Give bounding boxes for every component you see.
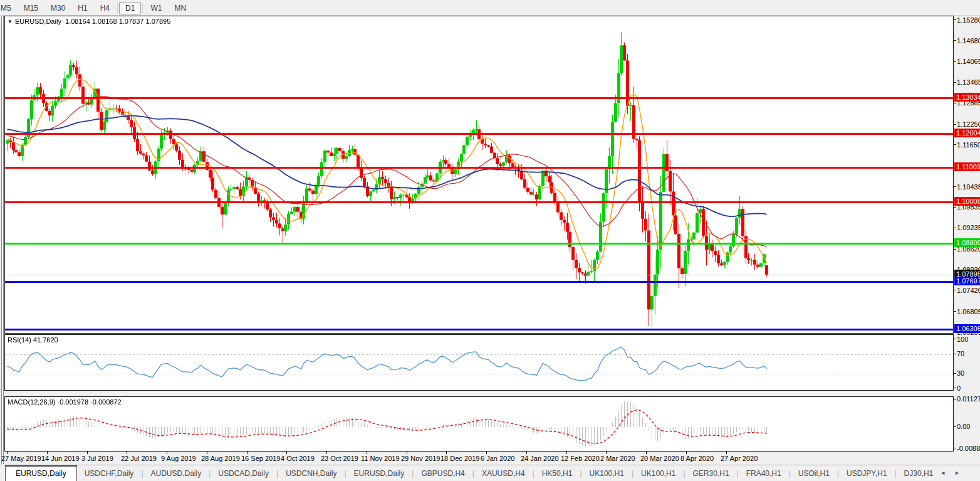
date-tickmark (326, 452, 327, 454)
rsi-tick-label: 100 (957, 336, 968, 343)
pane-splitter[interactable] (3, 16, 4, 464)
macd-indicator-pane[interactable]: MACD(12,26,9) -0.001978 -0.000872 (4, 396, 954, 452)
macd-tick-label: 0.00 (957, 423, 970, 430)
date-label: 27 Apr 2020 (721, 455, 758, 462)
chart-tab-usdcnh-daily[interactable]: USDCNH,Daily (278, 466, 344, 480)
price-tickmark (954, 61, 956, 62)
rsi-indicator-pane[interactable]: RSI(14) 41.7620 (4, 334, 954, 391)
date-label: 16 Sep 2019 (241, 455, 280, 462)
candlestick-chart-canvas[interactable] (5, 16, 953, 333)
date-tickmark (207, 452, 207, 454)
chart-tab-xauusd-h4[interactable]: XAUUSD,H4 (474, 466, 533, 480)
timeframe-button-m5[interactable]: M5 (0, 2, 18, 14)
date-tickmark (47, 452, 48, 454)
date-tickmark (127, 452, 127, 454)
quote-high: 1.08168 (92, 18, 117, 25)
timeframe-button-w1[interactable]: W1 (144, 2, 168, 14)
timeframe-button-h4[interactable]: H4 (94, 2, 116, 14)
macd-chart-canvas[interactable] (5, 397, 953, 451)
chart-tab-dj30-h1[interactable]: DJ30,H1 (897, 466, 941, 480)
date-tickmark (286, 452, 287, 454)
date-label: 8 Apr 2020 (680, 455, 714, 462)
date-tickmark (726, 452, 727, 454)
chart-tab-fra40-h1[interactable]: FRA40,H1 (739, 466, 789, 480)
rsi-tickmark (954, 354, 956, 354)
rsi-tickmark (954, 388, 956, 388)
toolbar-separator (142, 3, 143, 13)
price-tick-label: 1.11650 (957, 141, 980, 149)
price-level-label: 1.12004 (954, 129, 980, 137)
date-label: 11 Nov 2019 (361, 455, 400, 462)
timeframe-button-h1[interactable]: H1 (71, 2, 93, 14)
price-tickmark (954, 124, 956, 125)
rsi-tick-label: 30 (957, 369, 964, 377)
chart-tab-usdcad-daily[interactable]: USDCAD,Daily (211, 466, 276, 480)
price-tick-label: 1.13465 (957, 78, 980, 86)
chart-tab-bar: EURUSD,DailyUSDCHF,Daily|AUDUSD,Daily|US… (0, 465, 980, 481)
price-tickmark (954, 207, 956, 208)
timeframe-button-mn[interactable]: MN (168, 2, 192, 14)
date-label: 9 Aug 2019 (161, 455, 196, 462)
tab-scroll-left-icon[interactable]: ◄ (940, 470, 954, 476)
date-tickmark (247, 452, 248, 454)
chevron-down-icon[interactable]: ▼ (8, 19, 13, 24)
date-label: 18 Dec 2019 (440, 455, 479, 462)
chart-tab-uk100-h1[interactable]: UK100,H1 (582, 466, 632, 480)
rsi-tick-label: 0 (957, 384, 961, 392)
macd-tickmark (954, 426, 956, 427)
date-tickmark (526, 452, 527, 454)
price-tickmark (954, 19, 956, 20)
price-tickmark (954, 40, 956, 41)
date-tickmark (646, 452, 647, 454)
main-chart-pane[interactable]: ▼EURUSD,Daily 1.08164 1.08168 1.07837 1.… (4, 16, 954, 334)
chart-tab-hk50-h1[interactable]: HK50,H1 (534, 466, 580, 480)
price-level-label: 1.11009 (954, 162, 980, 171)
macd-tick-label: 0.011277 (957, 395, 980, 403)
price-tick-label: 1.12250 (957, 120, 980, 128)
chart-tab-audusd-daily[interactable]: AUDUSD,Daily (143, 466, 209, 480)
rsi-tickmark (954, 339, 956, 339)
price-tick-label: 1.15280 (957, 16, 980, 24)
timeframe-button-m30[interactable]: M30 (44, 2, 71, 14)
tab-scroll-right-icon[interactable]: ► (954, 470, 969, 476)
date-tickmark (486, 452, 487, 454)
chart-tab-usoil-h1[interactable]: USOil,H1 (791, 466, 837, 480)
price-tickmark (954, 249, 956, 250)
chart-tab-usdchf-daily[interactable]: USDCHF,Daily (77, 466, 142, 480)
rsi-tickmark (954, 373, 956, 374)
timeframe-toolbar: M5M15M30H1H4D1W1MN (0, 0, 980, 16)
chart-tab-usdjpy-h1[interactable]: USDJPY,H1 (839, 466, 894, 480)
price-tickmark (954, 103, 956, 103)
chart-tab-eurusd-daily[interactable]: EURUSD,Daily (347, 466, 412, 480)
price-tick-label: 1.14065 (957, 58, 980, 65)
price-tickmark (954, 144, 956, 145)
chart-tab-ger30-h1[interactable]: GER30,H1 (685, 466, 737, 480)
quote-close: 1.07895 (146, 18, 171, 25)
date-tickmark (686, 452, 687, 454)
macd-tickmark (954, 399, 956, 399)
date-label: 6 Jan 2020 (481, 455, 514, 462)
timeframe-button-d1[interactable]: D1 (119, 2, 141, 14)
macd-label: MACD(12,26,9) -0.001978 -0.000872 (8, 398, 122, 406)
price-level-label: 1.10008 (954, 197, 980, 206)
chart-tab-eurusd-daily[interactable]: EURUSD,Daily (5, 465, 77, 481)
chart-tab-gbpusd-h4[interactable]: GBPUSD,H4 (414, 466, 472, 480)
date-tickmark (606, 452, 607, 454)
rsi-chart-canvas[interactable] (5, 335, 953, 390)
price-tick-label: 1.10435 (957, 183, 980, 191)
price-tick-label: 1.06805 (957, 308, 980, 315)
timeframe-button-m15[interactable]: M15 (18, 2, 44, 14)
date-label: 23 Oct 2019 (321, 455, 358, 462)
rsi-label: RSI(14) 41.7620 (8, 336, 58, 344)
macd-tick-label: -0.008845 (957, 445, 980, 452)
price-level-label: 1.07697 (954, 277, 980, 285)
date-tickmark (446, 452, 447, 454)
date-tickmark (87, 452, 88, 454)
date-label: 20 Mar 2020 (640, 455, 679, 462)
date-tickmark (407, 452, 407, 454)
date-label: 29 Nov 2019 (401, 455, 440, 462)
chart-tab-uk100-h1[interactable]: UK100,H1 (633, 466, 683, 480)
quote-low: 1.07837 (119, 18, 144, 25)
price-tick-label: 1.07420 (957, 287, 980, 294)
date-label: 22 Jul 2019 (121, 455, 157, 462)
